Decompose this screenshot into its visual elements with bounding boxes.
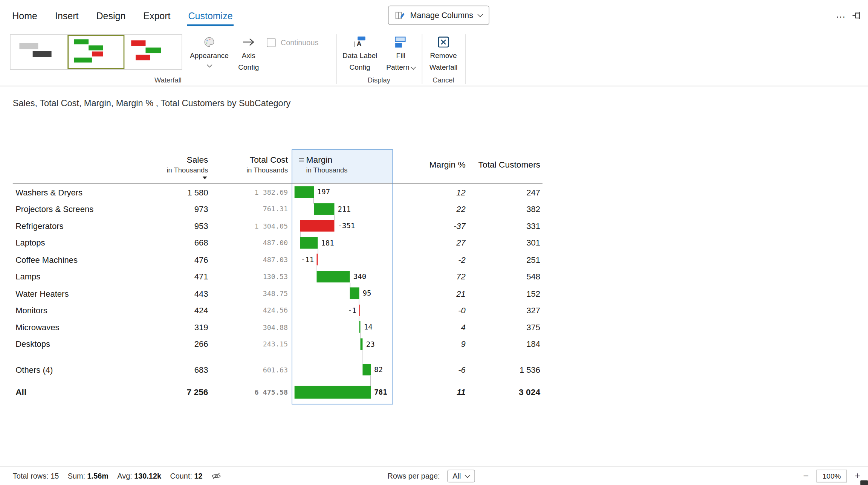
table-row: Washers & Dryers 1 580 1 382.69 197 12 2… (13, 184, 542, 201)
margin-waterfall-cell[interactable]: 95 (292, 285, 393, 302)
manage-columns-label: Manage Columns (410, 11, 473, 20)
tab-export[interactable]: Export (142, 2, 171, 31)
header-margin-selected[interactable]: Margin in Thousands (292, 149, 393, 183)
eye-slash-icon[interactable] (211, 472, 221, 480)
margin-waterfall-cell[interactable]: 82 (292, 361, 393, 378)
chevron-down-icon (206, 62, 212, 67)
display-group-label: Display (336, 76, 422, 84)
margin-waterfall-cell[interactable]: 781 (292, 383, 393, 401)
sales-value: 424 (160, 305, 208, 315)
sales-value: 1 580 (160, 188, 208, 197)
rows-per-page-dropdown[interactable]: All (447, 470, 475, 483)
waterfall-connector (334, 215, 335, 220)
margin-pct-value: 4 (393, 322, 465, 332)
zoom-level[interactable]: 100% (816, 470, 847, 483)
margin-waterfall-cell[interactable]: 14 (292, 319, 393, 336)
data-label-config-button[interactable]: A Data Label Config (339, 34, 381, 73)
customers-value: 152 (466, 289, 540, 298)
manage-columns-icon (395, 10, 405, 20)
continuous-checkbox[interactable] (267, 38, 276, 47)
customers-value: 184 (466, 339, 540, 349)
sales-value: 443 (160, 289, 208, 298)
customers-value: 327 (466, 305, 540, 315)
margin-waterfall-cell[interactable]: 340 (292, 268, 393, 285)
waterfall-connector (359, 316, 359, 321)
drag-handle-icon[interactable] (299, 158, 304, 162)
row-label: Desktops (13, 339, 160, 349)
margin-waterfall-cell[interactable]: -11 (292, 251, 393, 268)
total-cost-value: 130.53 (208, 272, 288, 281)
tab-insert[interactable]: Insert (54, 2, 79, 31)
header-total-customers[interactable]: Total Customers (466, 149, 540, 183)
row-label: Laptops (13, 238, 160, 247)
margin-pct-value: 22 (393, 204, 465, 214)
total-cost-value: 1 304.05 (208, 222, 288, 230)
margin-waterfall-cell[interactable]: -351 (292, 217, 393, 234)
waterfall-bar (361, 338, 363, 350)
waterfall-style-green-red-selected[interactable] (67, 35, 124, 69)
cancel-group-label: Cancel (422, 76, 465, 84)
waterfall-bar (317, 254, 318, 265)
sales-value: 668 (160, 238, 208, 247)
margin-waterfall-cell[interactable]: 197 (292, 184, 393, 201)
row-label: Lamps (13, 272, 160, 281)
zoom-in-button[interactable]: + (855, 471, 860, 481)
tab-home[interactable]: Home (11, 2, 38, 31)
margin-pct-value: 21 (393, 289, 465, 298)
header-total-cost[interactable]: Total Cost in Thousands (208, 149, 288, 183)
fill-pattern-button[interactable]: Fill Pattern (383, 34, 419, 73)
continuous-option: Continuous (267, 38, 318, 47)
chevron-down-icon (465, 473, 470, 478)
margin-waterfall-cell[interactable]: 181 (292, 234, 393, 251)
margin-pct-value: 72 (393, 272, 465, 281)
row-label: Coffee Machines (13, 255, 160, 264)
manage-columns-button[interactable]: Manage Columns (388, 6, 489, 25)
margin-pct-value: -6 (393, 365, 465, 374)
appearance-button[interactable]: Appearance (187, 34, 232, 69)
waterfall-bar-label: 197 (317, 188, 330, 196)
remove-x-icon (438, 34, 449, 50)
waterfall-bar-label: 340 (353, 272, 367, 281)
remove-waterfall-label: Remove (430, 50, 457, 61)
customers-value: 1 536 (466, 365, 540, 374)
waterfall-style-neutral[interactable] (11, 35, 67, 69)
header-margin-pct[interactable]: Margin % (393, 149, 465, 183)
tab-design[interactable]: Design (95, 2, 127, 31)
data-table: Sales in Thousands Total Cost in Thousan… (13, 149, 542, 401)
margin-pct-value: 11 (393, 387, 465, 397)
table-row: Desktops 266 243.15 23 9 184 (13, 336, 542, 352)
axis-config-button[interactable]: Axis Config (235, 34, 262, 73)
pin-icon[interactable] (852, 11, 861, 22)
tab-customize[interactable]: Customize (187, 2, 234, 31)
sales-value: 476 (160, 255, 208, 264)
margin-pct-value: 12 (393, 188, 465, 197)
table-row: Laptops 668 487.00 181 27 301 (13, 234, 542, 251)
waterfall-connector (318, 249, 318, 253)
waterfall-connector (370, 376, 371, 386)
waterfall-style-gallery (10, 34, 182, 70)
header-sales[interactable]: Sales in Thousands (160, 149, 208, 183)
total-cost-value: 761.31 (208, 205, 288, 213)
margin-waterfall-cell[interactable]: 23 (292, 336, 393, 352)
row-label: Microwaves (13, 322, 160, 332)
waterfall-bar (363, 364, 371, 375)
zoom-controls: − 100% + (803, 470, 860, 483)
waterfall-connector (362, 350, 363, 364)
margin-pct-value: -2 (393, 255, 465, 264)
appearance-label: Appearance (190, 50, 229, 61)
sales-value: 319 (160, 322, 208, 332)
more-options-button[interactable]: ⋯ (836, 11, 846, 23)
zoom-out-button[interactable]: − (803, 471, 809, 481)
remove-waterfall-button[interactable]: Remove Waterfall (424, 34, 463, 73)
table-row: Refrigerators 953 1 304.05 -351 -37 331 (13, 217, 542, 234)
column-spacer (288, 149, 292, 183)
total-cost-value: 243.15 (208, 340, 288, 348)
customers-value: 3 024 (466, 387, 540, 397)
table-row: Others (4) 683 601.63 82 -6 1 536 (13, 361, 542, 378)
margin-waterfall-cell[interactable]: 211 (292, 201, 393, 218)
customers-value: 301 (466, 238, 540, 247)
margin-waterfall-cell[interactable]: -1 (292, 302, 393, 319)
continuous-label: Continuous (281, 38, 318, 47)
total-cost-value: 487.00 (208, 239, 288, 247)
waterfall-style-red-green[interactable] (125, 35, 182, 69)
